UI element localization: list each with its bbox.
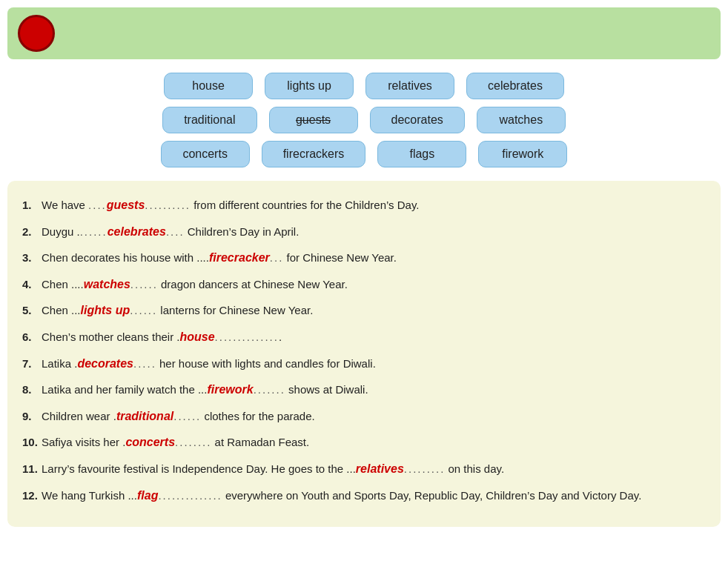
exercise-item-4: 4.Chen ....watches...... dragon dancers … (22, 275, 698, 294)
word-chip-celebrates: celebrates (466, 73, 564, 99)
exercise-header (7, 7, 721, 59)
item-number-5: 5. (22, 302, 39, 319)
word-chip-decorates: decorates (370, 107, 465, 133)
dots: .... (88, 199, 107, 211)
answer-3: firecracker (209, 251, 270, 264)
answer-5: lights up (81, 304, 130, 316)
word-chip-concerts: concerts (161, 141, 250, 167)
dots: ...... (80, 225, 107, 238)
answer-12: flag (137, 489, 158, 502)
item-number-9: 9. (22, 408, 39, 425)
item-number-12: 12. (22, 487, 39, 505)
exercise-item-9: 9.Children wear .traditional...... cloth… (22, 407, 698, 426)
word-bank-row-0: houselights uprelativescelebrates (7, 73, 721, 99)
exercise-item-8: 8.Latika and her family watch the ...fir… (22, 380, 698, 399)
dots-after: .......... (145, 199, 191, 211)
exercise-item-11: 11.Larry’s favourite festival is Indepen… (22, 459, 698, 479)
item-body-6: Chen’s mother cleans their .house.......… (42, 328, 282, 347)
item-number-1: 1. (22, 196, 39, 214)
word-chip-firecrackers: firecrackers (262, 141, 366, 167)
answer-4: watches (84, 278, 130, 290)
dots-after: ...... (130, 278, 158, 290)
answer-10: concerts (125, 436, 175, 448)
word-bank: houselights uprelativescelebratestraditi… (7, 73, 721, 167)
answer-6: house (179, 330, 214, 343)
exercise-list: 1.We have ....guests.......... from diff… (22, 196, 698, 505)
item-number-4: 4. (22, 276, 39, 293)
item-body-7: Latika .decorates..... her house with li… (42, 354, 376, 373)
item-body-10: Safiya visits her .concerts........ at R… (42, 433, 309, 452)
word-chip-traditional: traditional (162, 107, 257, 133)
exercise-item-3: 3.Chen decorates his house with ....fire… (22, 248, 698, 268)
item-number-3: 3. (22, 249, 39, 267)
dots-after: ........ (175, 436, 211, 448)
exercise-item-12: 12.We hang Turkish ...flag..............… (22, 486, 698, 505)
item-body-2: Duygu .......celebrates.... Children’s D… (42, 222, 299, 242)
dots-after: ... (270, 251, 284, 264)
word-chip-lights-up: lights up (265, 73, 354, 99)
word-chip-flags: flags (377, 141, 466, 167)
exercise-item-2: 2.Duygu .......celebrates.... Children’s… (22, 222, 698, 242)
exercise-number-badge (18, 15, 55, 52)
word-chip-watches: watches (477, 107, 566, 133)
dots-after: ....... (254, 383, 285, 396)
word-chip-relatives: relatives (365, 73, 454, 99)
dots-after: ..... (133, 357, 156, 370)
answer-7: decorates (77, 357, 133, 370)
word-bank-row-2: concertsfirecrackersflagsfirework (7, 141, 721, 167)
item-number-8: 8. (22, 381, 39, 399)
item-body-11: Larry’s favourite festival is Independen… (42, 459, 504, 479)
item-number-7: 7. (22, 355, 39, 373)
exercise-item-1: 1.We have ....guests.......... from diff… (22, 196, 698, 215)
answer-8: firework (207, 383, 253, 396)
dots-after: ......... (404, 462, 446, 475)
item-number-11: 11. (22, 460, 39, 478)
exercise-item-10: 10.Safiya visits her .concerts........ a… (22, 433, 698, 452)
word-chip-guests: guests (269, 107, 358, 133)
answer-9: traditional (116, 410, 173, 422)
dots-after: .... (166, 225, 185, 238)
exercise-item-7: 7.Latika .decorates..... her house with … (22, 354, 698, 373)
item-body-12: We hang Turkish ...flag.............. ev… (42, 486, 641, 505)
word-chip-firework: firework (478, 141, 567, 167)
item-body-9: Children wear .traditional...... clothes… (42, 407, 315, 426)
answer-1: guests (107, 199, 145, 211)
word-bank-row-1: traditionalguestsdecorateswatches (7, 107, 721, 133)
item-body-1: We have ....guests.......... from differ… (42, 196, 420, 215)
dots-after: .............. (215, 330, 279, 343)
dots-after: ...... (173, 410, 201, 422)
exercise-item-5: 5.Chen ...lights up...... lanterns for C… (22, 301, 698, 320)
dots-after: .............. (158, 489, 222, 502)
item-number-10: 10. (22, 434, 39, 451)
exercise-area: 1.We have ....guests.......... from diff… (7, 181, 721, 527)
item-body-3: Chen decorates his house with ....firecr… (42, 248, 397, 268)
item-number-6: 6. (22, 328, 39, 346)
dots-after: ...... (130, 304, 157, 316)
answer-11: relatives (356, 462, 404, 475)
item-number-2: 2. (22, 223, 39, 241)
exercise-item-6: 6.Chen’s mother cleans their .house.....… (22, 328, 698, 347)
answer-2: celebrates (107, 225, 166, 238)
item-body-8: Latika and her family watch the ...firew… (42, 380, 368, 399)
word-chip-house: house (164, 73, 253, 99)
item-body-5: Chen ...lights up...... lanterns for Chi… (42, 301, 313, 320)
item-body-4: Chen ....watches...... dragon dancers at… (42, 275, 348, 294)
